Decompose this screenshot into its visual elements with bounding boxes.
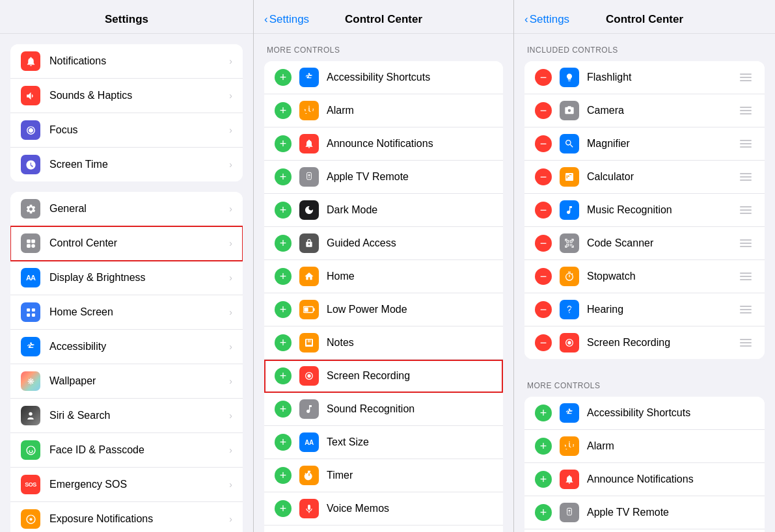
settings-item-display[interactable]: AA Display & Brightness › (10, 261, 243, 295)
middle-items-group: + Accessibility Shortcuts + Alarm + Anno… (264, 61, 503, 532)
remove-btn-stopwatch[interactable]: − (535, 268, 552, 285)
svg-rect-2 (27, 244, 31, 248)
remove-btn-camera[interactable]: − (535, 102, 552, 119)
accessibility-label: Accessibility (49, 341, 229, 352)
add-btn-voice-memos[interactable]: + (275, 500, 292, 517)
svg-rect-1 (31, 239, 35, 243)
add-btn-guided-access[interactable]: + (275, 235, 292, 252)
accessibility-chevron: › (229, 341, 232, 352)
cc-icon-right-announce (560, 470, 579, 489)
add-btn-right-accessibility[interactable]: + (535, 405, 552, 421)
sounds-icon (21, 86, 40, 105)
right-more-item-dark-mode[interactable]: + Dark Mode (524, 529, 765, 532)
cc-item-notes[interactable]: + Notes (264, 326, 503, 360)
settings-item-general[interactable]: General › (10, 192, 243, 226)
drag-handle-screen-recording[interactable] (737, 338, 754, 348)
right-more-item-announce[interactable]: + Announce Notifications (524, 463, 765, 496)
display-chevron: › (229, 273, 232, 283)
add-btn-sound-recognition[interactable]: + (275, 401, 292, 418)
cc-item-alarm[interactable]: + Alarm (264, 94, 503, 127)
general-label: General (49, 203, 229, 215)
settings-item-accessibility[interactable]: Accessibility › (10, 330, 243, 364)
settings-item-controlcenter[interactable]: Control Center › (10, 226, 243, 261)
included-item-stopwatch[interactable]: − Stopwatch (524, 260, 765, 293)
notifications-chevron: › (229, 56, 232, 66)
included-item-calculator[interactable]: − Calculator (524, 161, 765, 194)
settings-item-screentime[interactable]: Screen Time › (10, 148, 243, 181)
cc-item-timer[interactable]: + Timer (264, 459, 503, 492)
drag-handle-flashlight[interactable] (737, 72, 754, 83)
add-btn-text-size[interactable]: + (275, 434, 292, 451)
cc-item-sound-recognition[interactable]: + Sound Recognition (264, 393, 503, 426)
svg-point-25 (569, 408, 571, 410)
cc-item-apple-tv-remote[interactable]: + Apple TV Remote (264, 161, 503, 194)
svg-point-16 (308, 174, 310, 176)
cc-icon-announce (299, 134, 319, 153)
included-item-music-recognition[interactable]: − Music Recognition (524, 194, 765, 227)
add-btn-apple-tv[interactable]: + (275, 168, 292, 185)
drag-handle-magnifier[interactable] (737, 139, 754, 149)
add-btn-timer[interactable]: + (275, 467, 292, 484)
add-btn-right-apple-tv[interactable]: + (535, 504, 552, 521)
right-back-button[interactable]: ‹ Settings (524, 13, 569, 26)
add-btn-right-announce[interactable]: + (535, 471, 552, 488)
remove-btn-code-scanner[interactable]: − (535, 235, 552, 252)
settings-item-focus[interactable]: Focus › (10, 113, 243, 148)
included-item-code-scanner[interactable]: − Code Scanner (524, 227, 765, 260)
focus-label: Focus (49, 124, 229, 136)
add-btn-announce[interactable]: + (275, 135, 292, 152)
cc-item-dark-mode[interactable]: + Dark Mode (264, 194, 503, 227)
included-item-camera[interactable]: − Camera (524, 94, 765, 127)
general-chevron: › (229, 204, 232, 214)
add-btn-home[interactable]: + (275, 268, 292, 285)
cc-item-voice-memos[interactable]: + Voice Memos (264, 492, 503, 525)
add-btn-alarm[interactable]: + (275, 102, 292, 119)
cc-item-home[interactable]: + Home (264, 260, 503, 293)
drag-handle-music-recognition[interactable] (737, 205, 754, 215)
settings-item-faceid[interactable]: Face ID & Passcode › (10, 433, 243, 468)
cc-icon-notes (299, 333, 319, 352)
cc-item-low-power[interactable]: + Low Power Mode (264, 293, 503, 326)
cc-icon-music-recognition (560, 200, 579, 220)
included-item-hearing[interactable]: − Hearing (524, 293, 765, 326)
settings-item-emergencysos[interactable]: SOS Emergency SOS › (10, 468, 243, 502)
remove-btn-calculator[interactable]: − (535, 168, 552, 185)
included-label-screen-recording: Screen Recording (587, 337, 737, 349)
cc-item-accessibility-shortcuts[interactable]: + Accessibility Shortcuts (264, 61, 503, 94)
drag-handle-stopwatch[interactable] (737, 271, 754, 282)
add-btn-notes[interactable]: + (275, 334, 292, 351)
included-item-magnifier[interactable]: − Magnifier (524, 127, 765, 161)
cc-item-screen-recording-highlighted[interactable]: + Screen Recording (264, 360, 503, 393)
remove-btn-screen-recording[interactable]: − (535, 334, 552, 351)
middle-back-button[interactable]: ‹ Settings (264, 13, 309, 26)
add-btn-low-power[interactable]: + (275, 301, 292, 318)
drag-handle-code-scanner[interactable] (737, 238, 754, 248)
remove-btn-flashlight[interactable]: − (535, 69, 552, 86)
cc-item-announce-notifications[interactable]: + Announce Notifications (264, 127, 503, 161)
drag-handle-hearing[interactable] (737, 304, 754, 315)
remove-btn-hearing[interactable]: − (535, 301, 552, 318)
right-more-item-accessibility[interactable]: + Accessibility Shortcuts (524, 397, 765, 430)
right-more-item-apple-tv[interactable]: + Apple TV Remote (524, 496, 765, 529)
included-item-flashlight[interactable]: − Flashlight (524, 61, 765, 94)
add-btn-right-alarm[interactable]: + (535, 438, 552, 455)
settings-item-sounds[interactable]: Sounds & Haptics › (10, 79, 243, 113)
svg-point-27 (569, 510, 571, 512)
right-more-item-alarm[interactable]: + Alarm (524, 430, 765, 463)
remove-btn-magnifier[interactable]: − (535, 135, 552, 152)
add-btn-dark-mode[interactable]: + (275, 202, 292, 219)
cc-item-guided-access[interactable]: + Guided Access (264, 227, 503, 260)
cc-item-text-size[interactable]: + AA Text Size (264, 426, 503, 459)
settings-item-wallpaper[interactable]: ❋ Wallpaper › (10, 364, 243, 399)
remove-btn-music-recognition[interactable]: − (535, 202, 552, 219)
settings-item-siri[interactable]: Siri & Search › (10, 399, 243, 433)
cc-item-wallet[interactable]: + Wallet (264, 525, 503, 532)
drag-handle-camera[interactable] (737, 105, 754, 116)
drag-handle-calculator[interactable] (737, 172, 754, 182)
included-item-screen-recording[interactable]: − Screen Recording (524, 326, 765, 359)
add-btn-accessibility-shortcuts[interactable]: + (275, 69, 292, 86)
settings-item-exposure[interactable]: Exposure Notifications › (10, 502, 243, 532)
settings-item-notifications[interactable]: Notifications › (10, 44, 243, 79)
add-btn-screen-recording[interactable]: + (275, 367, 292, 384)
settings-item-homescreen[interactable]: Home Screen › (10, 295, 243, 330)
